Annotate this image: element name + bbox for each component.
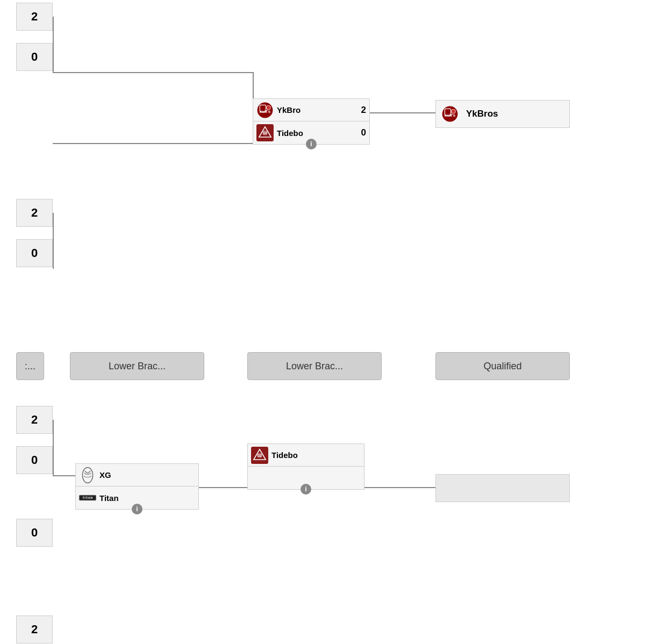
upper-winner-card: kult's YkBros [435, 100, 570, 128]
dota-logo-lower-icon: D2 [251, 447, 268, 464]
team-name-xg: XG [99, 470, 195, 480]
match-team-tbd-lower: i [248, 467, 364, 489]
connector-v1 [53, 17, 54, 73]
bracket-container: 2 0 2 0 kult's YkBro 2 [0, 0, 658, 644]
team-score-tidebounders: 0 [361, 127, 366, 138]
svg-point-12 [82, 467, 92, 483]
match-team-tidebounders-lower: D2 Tidebo [248, 444, 364, 467]
score-box-s3: 2 [16, 199, 53, 227]
score-box-s2: 0 [16, 43, 53, 71]
match-team-ykbros: kult's YkBro 2 [253, 99, 369, 121]
connector-lh2 [199, 487, 247, 488]
match-info-badge[interactable]: i [306, 139, 317, 149]
team-name-tidebounders: Tidebo [277, 128, 358, 138]
label-lower-brac-2[interactable]: Lower Brac... [247, 352, 382, 380]
connector-lv1 [53, 420, 54, 476]
connector-lh3 [364, 487, 435, 488]
team-score-ykbros: 2 [361, 105, 366, 116]
lower-left-info-badge[interactable]: i [132, 504, 142, 514]
xg-logo-icon [79, 467, 96, 484]
score-box-ls3: 0 [16, 519, 53, 547]
svg-text:D2: D2 [263, 131, 268, 135]
connector-lh1 [53, 475, 76, 476]
svg-point-3 [266, 105, 270, 110]
connector-h3 [370, 112, 435, 113]
kults-logo-winner-icon: kult's [441, 105, 459, 123]
team-name-titan: Titan [99, 493, 195, 503]
score-box-ls4: 2 [16, 616, 53, 643]
match-team-titan: TITAN Titan i [76, 486, 198, 509]
kults-logo-icon: kult's [256, 102, 274, 119]
dota-logo-icon: D2 [256, 124, 274, 141]
team-name-tidebounders-lower: Tidebo [271, 450, 357, 460]
titan-logo-icon: TITAN [79, 489, 96, 506]
match-team-tidebounders: D2 Tidebo 0 i [253, 121, 369, 144]
label-qualified[interactable]: Qualified [435, 352, 570, 380]
lower-match-card-left[interactable]: XG TITAN Titan i [75, 463, 199, 510]
score-box-ls2: 0 [16, 446, 53, 474]
match-team-xg: XG [76, 464, 198, 486]
label-ellipsis: :... [16, 352, 44, 380]
lower-right-info-badge[interactable]: i [301, 484, 311, 495]
score-box-s4: 0 [16, 239, 53, 267]
score-box-ls1: 2 [16, 406, 53, 434]
lower-result-empty-card [435, 474, 570, 502]
winner-name-ykbros: YkBros [466, 109, 498, 119]
connector-h1 [53, 72, 253, 73]
svg-text:TITAN: TITAN [82, 496, 93, 499]
connector-h2 [53, 143, 253, 144]
team-name-ykbros: YkBro [277, 105, 358, 115]
svg-point-11 [451, 109, 455, 113]
label-lower-brac-1[interactable]: Lower Brac... [70, 352, 204, 380]
lower-match-card-right[interactable]: D2 Tidebo i [247, 443, 364, 490]
svg-text:D2: D2 [258, 454, 262, 457]
upper-match-card[interactable]: kult's YkBro 2 D2 Tidebo 0 i [253, 98, 370, 145]
score-box-s1: 2 [16, 3, 53, 31]
connector-v2 [53, 213, 54, 269]
